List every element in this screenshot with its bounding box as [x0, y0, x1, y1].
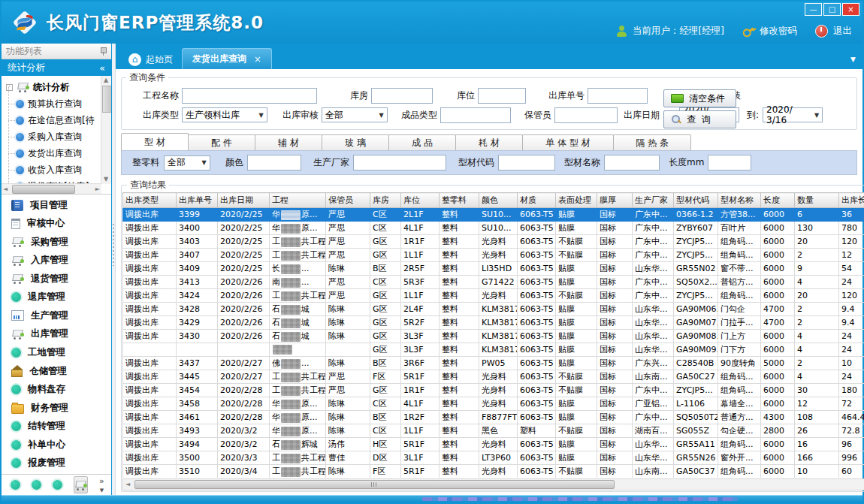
column-header[interactable]: 整零料 — [440, 193, 479, 208]
pin-icon[interactable] — [100, 47, 107, 56]
sidebar-item-财务管理[interactable]: 财务管理 — [2, 399, 111, 418]
column-header[interactable]: 出库单号 — [177, 193, 218, 208]
sidebar-item-退库管理[interactable]: 退库管理 — [2, 288, 111, 307]
table-row[interactable]: 调拨出库34242020/2/26工共工程严思G区1L1F整料光身料6063-T… — [123, 289, 864, 303]
table-row[interactable]: 调拨出库34452020/2/27工共工程严思F区5R1F整料光身料6063-T… — [123, 370, 864, 384]
table-row[interactable]: 调拨出库34942020/3/2石辉城汤伟H区5R1F整料光身料6063-T5贴… — [123, 438, 864, 451]
table-row[interactable]: 调拨出库34612020/2/28华原...陈琳B区1R2F整料F8877FT6… — [123, 411, 864, 424]
column-header[interactable]: 数量 — [795, 193, 839, 208]
tab-close-icon[interactable]: × — [254, 54, 261, 65]
tree-root[interactable]: - 统计分析 — [6, 79, 95, 95]
material-tab-单体型材[interactable]: 单 体 型 材 — [522, 134, 614, 150]
scroll-down-icon[interactable]: ▼ — [104, 177, 108, 183]
tab-shipment-query[interactable]: 发货出库查询 × — [182, 48, 272, 69]
sidebar-item-工地管理[interactable]: 工地管理 — [2, 343, 111, 362]
tree-expander-icon[interactable]: - — [6, 84, 13, 91]
tree-item[interactable]: 采购入库查询 — [6, 128, 95, 145]
column-header[interactable]: 膜厚 — [597, 193, 633, 208]
sidebar-item-出库管理[interactable]: 出库管理 — [2, 325, 111, 344]
sidebar-item-审核中心[interactable]: 审核中心 — [2, 215, 111, 234]
column-header[interactable]: 颜色 — [479, 193, 518, 208]
section-header[interactable]: 统计分析 « — [2, 59, 111, 76]
table-row[interactable]: 调拨出库35002020/3/3工共工程曹佳D区3L1F整料LT3P606063… — [123, 451, 864, 465]
column-header[interactable]: 保管员 — [326, 193, 370, 208]
table-row[interactable]: 调拨出库34092020/2/25长...陈琳B区2R5F整料LI35HD606… — [123, 262, 864, 276]
project-name-input[interactable] — [182, 88, 317, 104]
tree-item[interactable]: 发货出库查询 — [6, 145, 95, 161]
column-header[interactable]: 库房 — [370, 193, 401, 208]
close-button[interactable]: × — [842, 3, 859, 16]
table-row[interactable]: 调拨出库33992020/2/25华原...严思C区2L1F整料SU10...6… — [123, 208, 864, 222]
profile-name-input[interactable] — [604, 155, 660, 171]
scrollbar-thumb[interactable] — [12, 185, 75, 194]
tree-vertical-scrollbar[interactable]: ▲ ▼ — [101, 76, 111, 184]
tab-overflow-icon[interactable]: ▼ — [850, 56, 856, 63]
sidebar-item-退货管理[interactable]: 退货管理 — [2, 270, 111, 288]
column-header[interactable]: 长度 — [761, 193, 795, 208]
sidebar-item-仓储管理[interactable]: 仓储管理 — [2, 362, 111, 381]
sidebar-item-项目管理[interactable]: 项目管理 — [2, 196, 111, 215]
table-row[interactable]: 调拨出库35102020/3/4工共工程陈琳F区5R1F整料光身料6063-T5… — [123, 465, 864, 478]
column-header[interactable]: 出库长度 — [839, 193, 864, 208]
order-no-input[interactable] — [588, 88, 648, 104]
whole-piece-select[interactable]: 全部▼ — [164, 155, 210, 171]
table-horizontal-scrollbar[interactable]: ◄ ► — [122, 478, 864, 490]
material-tab-辅材[interactable]: 辅 材 — [255, 134, 322, 150]
table-row[interactable]: 调拨出库34282020/2/26石城陈琳G区2L4F整料KLM38176063… — [123, 303, 864, 316]
sidebar-item-补单中心[interactable]: 补单中心 — [2, 436, 111, 454]
table-row[interactable]: 调拨出库34542020/2/28工共工程严思G区1R1F整料光身料6063-T… — [123, 384, 864, 397]
column-header[interactable]: 型材名称 — [718, 193, 761, 208]
minimize-button[interactable]: — — [805, 3, 822, 16]
scroll-up-icon[interactable]: ▲ — [104, 77, 108, 83]
material-tab-型材[interactable]: 型 材 — [121, 133, 189, 150]
sidebar-item-采购管理[interactable]: 采购管理 — [2, 233, 111, 252]
out-type-select[interactable]: 生产领料出库▼ — [182, 107, 267, 122]
tree-item[interactable]: 预算执行查询 — [6, 95, 95, 112]
clear-conditions-button[interactable]: 清空条件 — [663, 89, 736, 107]
teal-circle-icon[interactable] — [53, 480, 62, 490]
sidebar-item-生产管理[interactable]: 生产管理 — [2, 306, 111, 325]
profile-code-input[interactable] — [498, 155, 555, 171]
column-header[interactable]: 表面处理 — [556, 193, 597, 208]
scrollbar-thumb[interactable] — [134, 480, 615, 489]
table-row[interactable]: 调拨出库34372020/2/27佛...陈琳B区3R6F整料PW056063-… — [123, 357, 864, 370]
material-tab-玻璃[interactable]: 玻 璃 — [322, 134, 389, 150]
table-row[interactable]: 调拨出库34072020/2/25工共工程严思G区1L1F整料光身料6063-T… — [123, 249, 864, 262]
tree-item[interactable]: 在途信息查询[待 — [6, 112, 95, 128]
teal-circle-icon[interactable] — [32, 480, 41, 490]
material-tab-隔热条[interactable]: 隔 热 条 — [613, 134, 691, 150]
table-row[interactable]: 调拨出库34132020/2/26南...严思C区5R3F整料G71422606… — [123, 276, 864, 289]
material-tab-耗材[interactable]: 耗 材 — [455, 134, 523, 150]
column-header[interactable]: 库位 — [401, 193, 440, 208]
column-header[interactable]: 生产厂家 — [633, 193, 674, 208]
column-header[interactable]: 型材代码 — [674, 193, 718, 208]
sidebar-splitter[interactable] — [112, 44, 116, 495]
table-row[interactable]: 调拨出库34932020/3/2华原...陈琳C区1L1F整料黑色塑料不贴膜国标… — [123, 424, 864, 438]
logout-link[interactable]: 退出 — [833, 25, 852, 38]
scroll-left-icon[interactable]: ◄ — [3, 186, 8, 192]
tree-item[interactable]: 收货入库查询 — [6, 161, 95, 178]
keeper-input[interactable] — [554, 107, 618, 123]
column-header[interactable]: 工程 — [270, 193, 326, 208]
scrollbar-thumb[interactable] — [102, 86, 111, 113]
scroll-left-icon[interactable]: ◄ — [125, 481, 130, 487]
color-input[interactable] — [247, 155, 301, 171]
manufacturer-input[interactable] — [353, 155, 446, 171]
table-row[interactable]: 调拨出库34582020/2/28华原...陈琳C区4L1F整料光身料6063-… — [123, 397, 864, 411]
sidebar-item-报废管理[interactable]: 报废管理 — [2, 454, 111, 472]
material-tab-配件[interactable]: 配 件 — [188, 134, 255, 150]
column-header[interactable]: 材质 — [518, 193, 556, 208]
search-button[interactable]: 查 询 — [663, 110, 736, 128]
collapse-icon[interactable]: « — [99, 62, 105, 74]
change-password-link[interactable]: 修改密码 — [760, 25, 797, 38]
table-row[interactable]: 调拨出库34002020/2/25华原...严思C区4L1F整料SU10...6… — [123, 222, 864, 235]
tab-home[interactable]: ⌂ 起始页 — [119, 50, 182, 69]
table-row[interactable]: 调拨出库34032020/2/25工共工程严思G区1R1F整料光身料6063-T… — [123, 235, 864, 249]
out-audit-select[interactable]: 全部▼ — [322, 107, 388, 122]
warehouse-input[interactable] — [371, 88, 433, 104]
sidebar-item-入库管理[interactable]: 入库管理 — [2, 252, 111, 270]
scroll-right-icon[interactable]: ► — [95, 186, 100, 192]
column-header[interactable]: 出库类型 — [123, 193, 177, 208]
overflow-chevron[interactable]: »▼ — [99, 477, 104, 493]
date-to-picker[interactable]: 2020/ 3/16▼ — [763, 107, 823, 122]
